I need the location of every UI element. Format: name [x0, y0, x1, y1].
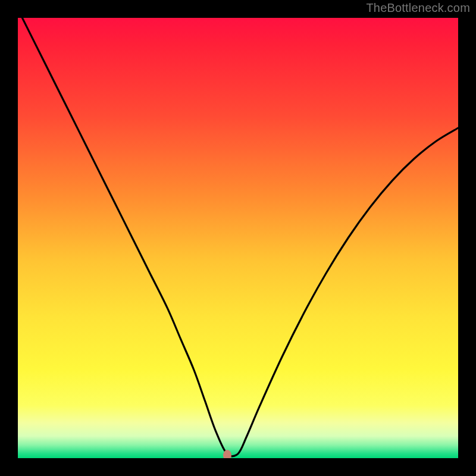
minimum-marker-icon — [223, 450, 231, 458]
watermark-text: TheBottleneck.com — [366, 1, 470, 15]
plot-area — [18, 18, 458, 458]
bottleneck-curve — [18, 18, 458, 458]
chart-frame: TheBottleneck.com — [0, 0, 476, 476]
